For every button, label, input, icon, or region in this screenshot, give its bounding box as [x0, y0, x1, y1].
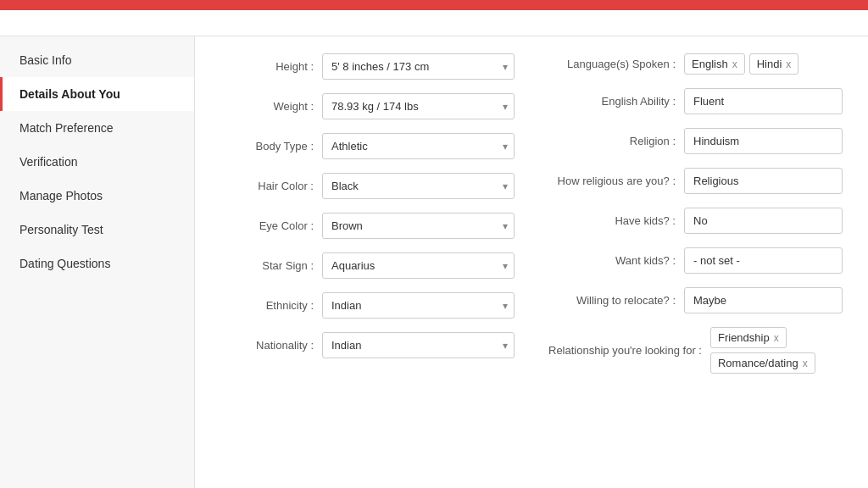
form-row-star-sign: Star Sign :Aquarius	[220, 252, 515, 279]
label-willing-to-relocate: Willing to relocate? :	[548, 294, 684, 307]
form-row-english-ability: English Ability :	[548, 88, 843, 114]
select-body-type[interactable]: Athletic	[322, 133, 515, 159]
form-row-relationship-looking-for: Relationship you're looking for :Friends…	[548, 327, 843, 374]
tag-remove-hindi[interactable]: x	[786, 58, 791, 70]
select-star-sign[interactable]: Aquarius	[322, 252, 515, 279]
form-row-want-kids: Want kids? :	[548, 247, 843, 274]
form-row-eye-color: Eye Color :Brown	[220, 213, 515, 239]
sidebar-item-personality-test[interactable]: Personality Test	[0, 213, 194, 247]
tag-friendship: Friendship x	[710, 327, 787, 348]
tags-relationship-looking-for: Friendship xRomance/dating x	[710, 327, 843, 374]
page-title-bar	[0, 10, 868, 36]
label-star-sign: Star Sign :	[220, 259, 322, 272]
tag-remove-english[interactable]: x	[732, 58, 737, 70]
form-row-have-kids: Have kids? :	[548, 208, 843, 234]
input-willing-to-relocate[interactable]	[684, 287, 843, 313]
tag-romance-dating: Romance/dating x	[710, 352, 815, 374]
form-row-height: Height :5' 8 inches / 173 cm	[220, 53, 515, 80]
input-religion[interactable]	[684, 128, 843, 154]
label-height: Height :	[220, 60, 322, 73]
form-row-how-religious: How religious are you? :	[548, 168, 843, 194]
sidebar: Basic InfoDetails About YouMatch Prefere…	[0, 36, 195, 488]
tags-languages-spoken: English xHindi x	[684, 53, 843, 75]
tag-hindi: Hindi x	[749, 53, 799, 75]
left-column: Height :5' 8 inches / 173 cmWeight :78.9…	[220, 53, 515, 387]
label-eye-color: Eye Color :	[220, 219, 322, 232]
select-wrapper-star-sign: Aquarius	[322, 252, 515, 279]
page-wrapper: Basic InfoDetails About YouMatch Prefere…	[0, 10, 868, 488]
tag-remove-romance-dating[interactable]: x	[803, 358, 808, 369]
select-eye-color[interactable]: Brown	[322, 213, 515, 239]
sidebar-item-dating-questions[interactable]: Dating Questions	[0, 247, 194, 280]
select-hair-color[interactable]: Black	[322, 173, 515, 199]
right-column: Language(s) Spoken :English xHindi xEngl…	[548, 53, 843, 387]
sidebar-item-details-about-you[interactable]: Details About You	[0, 77, 194, 111]
select-wrapper-height: 5' 8 inches / 173 cm	[322, 53, 515, 80]
form-row-languages-spoken: Language(s) Spoken :English xHindi x	[548, 53, 843, 75]
label-religion: Religion :	[548, 135, 684, 147]
form-row-religion: Religion :	[548, 128, 843, 154]
select-wrapper-hair-color: Black	[322, 173, 515, 199]
label-english-ability: English Ability :	[548, 95, 684, 108]
main-content: Basic InfoDetails About YouMatch Prefere…	[0, 36, 868, 488]
form-row-weight: Weight :78.93 kg / 174 lbs	[220, 93, 515, 119]
label-languages-spoken: Language(s) Spoken :	[548, 58, 684, 70]
select-wrapper-eye-color: Brown	[322, 213, 515, 239]
label-how-religious: How religious are you? :	[548, 175, 684, 187]
input-want-kids[interactable]	[684, 247, 843, 274]
select-wrapper-nationality: Indian	[322, 332, 515, 358]
form-area: Height :5' 8 inches / 173 cmWeight :78.9…	[195, 36, 868, 488]
label-body-type: Body Type :	[220, 140, 322, 152]
form-row-ethnicity: Ethnicity :Indian	[220, 292, 515, 319]
select-height[interactable]: 5' 8 inches / 173 cm	[322, 53, 515, 80]
label-weight: Weight :	[220, 100, 322, 113]
tag-english: English x	[684, 53, 745, 75]
select-weight[interactable]: 78.93 kg / 174 lbs	[322, 93, 515, 119]
input-have-kids[interactable]	[684, 208, 843, 234]
label-nationality: Nationality :	[220, 339, 322, 352]
sidebar-item-verification[interactable]: Verification	[0, 145, 194, 179]
form-row-nationality: Nationality :Indian	[220, 332, 515, 358]
label-have-kids: Have kids? :	[548, 214, 684, 227]
input-english-ability[interactable]	[684, 88, 843, 114]
sidebar-item-basic-info[interactable]: Basic Info	[0, 43, 194, 77]
label-hair-color: Hair Color :	[220, 180, 322, 192]
select-nationality[interactable]: Indian	[322, 332, 515, 358]
form-row-body-type: Body Type :Athletic	[220, 133, 515, 159]
tag-remove-friendship[interactable]: x	[774, 332, 779, 344]
label-ethnicity: Ethnicity :	[220, 299, 322, 312]
top-bar	[0, 0, 868, 10]
sidebar-item-match-preference[interactable]: Match Preference	[0, 111, 194, 145]
form-grid: Height :5' 8 inches / 173 cmWeight :78.9…	[220, 53, 843, 387]
select-wrapper-weight: 78.93 kg / 174 lbs	[322, 93, 515, 119]
form-row-hair-color: Hair Color :Black	[220, 173, 515, 199]
sidebar-item-manage-photos[interactable]: Manage Photos	[0, 179, 194, 213]
select-wrapper-body-type: Athletic	[322, 133, 515, 159]
form-row-willing-to-relocate: Willing to relocate? :	[548, 287, 843, 313]
label-relationship-looking-for: Relationship you're looking for :	[548, 344, 710, 357]
select-wrapper-ethnicity: Indian	[322, 292, 515, 319]
input-how-religious[interactable]	[684, 168, 843, 194]
select-ethnicity[interactable]: Indian	[322, 292, 515, 319]
label-want-kids: Want kids? :	[548, 254, 684, 267]
